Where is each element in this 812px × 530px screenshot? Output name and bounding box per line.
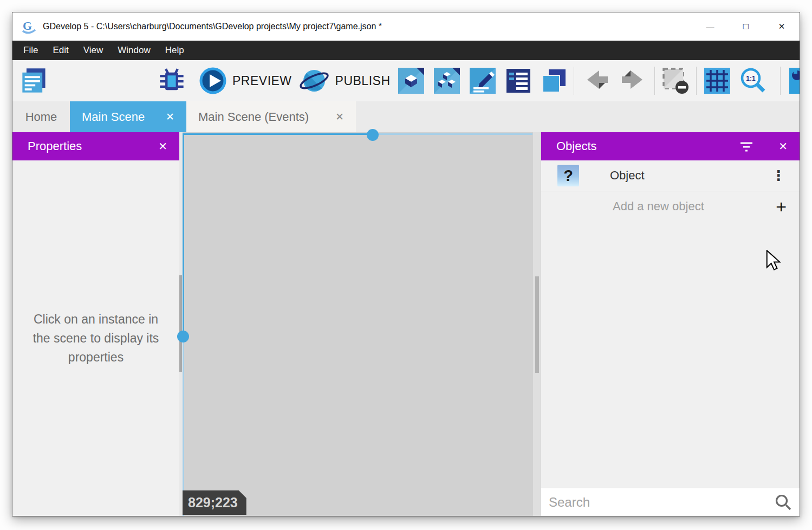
redo-icon: [620, 69, 647, 92]
preview-button[interactable]: PREVIEW: [199, 67, 292, 95]
toolbar: PREVIEW PUBLISH: [12, 60, 800, 101]
properties-panel: Properties ✕ Click on an instance in the…: [12, 132, 179, 516]
publish-label: PUBLISH: [335, 74, 391, 88]
search-icon[interactable]: [775, 494, 792, 511]
canvas-right-gutter: [533, 132, 541, 516]
titlebar: G GDevelop 5 - C:\Users\charburg\Documen…: [12, 12, 800, 41]
project-manager-icon: [20, 67, 48, 95]
publish-button[interactable]: PUBLISH: [298, 66, 391, 95]
objects-panel: Objects ✕ ? Object ⋮ Add a new object: [541, 132, 800, 516]
properties-panel-body: Click on an instance in the scene to dis…: [12, 160, 179, 516]
properties-empty-message: Click on an instance in the scene to dis…: [25, 310, 167, 367]
zoom-button[interactable]: 1:1: [740, 67, 767, 94]
scene-window-top-edge: [183, 133, 373, 135]
undo-icon: [583, 69, 610, 92]
scene-settings-icon: [789, 68, 800, 94]
properties-close-icon[interactable]: ✕: [158, 140, 167, 153]
menu-view[interactable]: View: [83, 45, 103, 56]
publish-globe-icon: [298, 66, 330, 95]
tab-main-scene-events-label: Main Scene (Events): [198, 110, 309, 124]
undo-button[interactable]: [583, 69, 610, 92]
zoom-1-1-icon: 1:1: [740, 67, 767, 94]
scene-window-left-edge-light: [183, 337, 184, 516]
canvas-right-scrollbar[interactable]: [535, 276, 539, 373]
debug-button[interactable]: [158, 67, 186, 95]
objects-list-button[interactable]: [434, 68, 460, 94]
properties-panel-header: Properties ✕: [12, 132, 179, 160]
zoom-ratio-label: 1:1: [746, 75, 756, 82]
grid-button[interactable]: [704, 68, 730, 94]
gdevelop-logo: G: [20, 18, 38, 35]
scene-settings-button[interactable]: [789, 68, 800, 94]
tab-home-label: Home: [25, 110, 57, 124]
plus-icon: +: [776, 197, 787, 216]
toolbar-separator: [654, 67, 655, 95]
canvas-left-scrollbar[interactable]: [179, 275, 182, 372]
toolbar-separator: [780, 67, 781, 95]
menu-window[interactable]: Window: [118, 45, 150, 56]
tab-close-icon[interactable]: ✕: [166, 111, 174, 123]
menu-edit[interactable]: Edit: [53, 45, 68, 56]
preview-label: PREVIEW: [232, 74, 292, 88]
scene-window-left-edge: [183, 133, 184, 337]
close-button[interactable]: ✕: [764, 12, 800, 41]
add-object-label: Add a new object: [613, 199, 776, 214]
tab-main-scene-events[interactable]: Main Scene (Events) ✕: [186, 101, 356, 132]
tabbar: Home Main Scene ✕ Main Scene (Events) ✕: [12, 101, 800, 132]
objects-list-icon: [434, 68, 460, 94]
objects-search-bar: [541, 488, 800, 516]
tab-main-scene[interactable]: Main Scene ✕: [70, 101, 186, 132]
add-object-row[interactable]: Add a new object +: [541, 191, 800, 222]
resize-handle-top[interactable]: [367, 129, 379, 141]
filter-icon[interactable]: [739, 141, 753, 152]
scene-window-top-edge-light: [373, 133, 532, 135]
layers-button[interactable]: [541, 68, 567, 94]
minimize-button[interactable]: —: [692, 12, 728, 41]
object-list-item[interactable]: ? Object ⋮: [541, 160, 800, 191]
project-properties-button[interactable]: [505, 68, 531, 94]
edit-scene-button[interactable]: [398, 68, 424, 94]
maximize-button[interactable]: □: [728, 12, 764, 41]
objects-panel-empty-space: [541, 222, 800, 488]
mouse-cursor: [765, 250, 781, 272]
menu-file[interactable]: File: [23, 45, 38, 56]
tab-close-icon[interactable]: ✕: [335, 111, 344, 123]
resize-handle-left[interactable]: [177, 331, 189, 342]
screenshot-stage: G GDevelop 5 - C:\Users\charburg\Documen…: [0, 0, 812, 530]
events-sheet-button[interactable]: [470, 68, 496, 94]
window-title: GDevelop 5 - C:\Users\charburg\Documents…: [43, 22, 382, 31]
deselect-instances-icon: [661, 67, 690, 95]
preview-play-icon: [199, 67, 227, 95]
object-menu-icon[interactable]: ⋮: [771, 167, 785, 184]
edit-scene-icon: [398, 68, 424, 94]
toolbar-separator: [696, 67, 697, 95]
redo-button[interactable]: [620, 69, 647, 92]
gdevelop-window: G GDevelop 5 - C:\Users\charburg\Documen…: [12, 12, 800, 516]
tab-home[interactable]: Home: [12, 101, 70, 132]
grid-icon: [704, 68, 730, 94]
toolbar-separator: [574, 67, 574, 95]
properties-panel-title: Properties: [28, 139, 82, 153]
debug-icon: [158, 67, 186, 95]
project-manager-button[interactable]: [20, 67, 48, 95]
object-unknown-icon: ?: [557, 165, 579, 186]
objects-panel-title: Objects: [556, 139, 597, 153]
deselect-instances-button[interactable]: [661, 67, 690, 95]
object-name: Object: [610, 169, 771, 183]
menu-help[interactable]: Help: [165, 45, 184, 56]
svg-text:G: G: [23, 19, 32, 33]
menubar: File Edit View Window Help: [12, 41, 800, 60]
search-input[interactable]: [549, 495, 775, 510]
objects-panel-header: Objects ✕: [541, 132, 800, 160]
events-sheet-icon: [470, 68, 496, 94]
layers-icon: [541, 68, 567, 94]
objects-close-icon[interactable]: ✕: [778, 140, 788, 153]
project-properties-icon: [505, 68, 531, 94]
tab-main-scene-label: Main Scene: [82, 110, 145, 124]
main-content: Properties ✕ Click on an instance in the…: [12, 132, 800, 516]
scene-canvas[interactable]: 829;223: [179, 132, 541, 516]
cursor-coordinates-badge: 829;223: [183, 490, 246, 515]
